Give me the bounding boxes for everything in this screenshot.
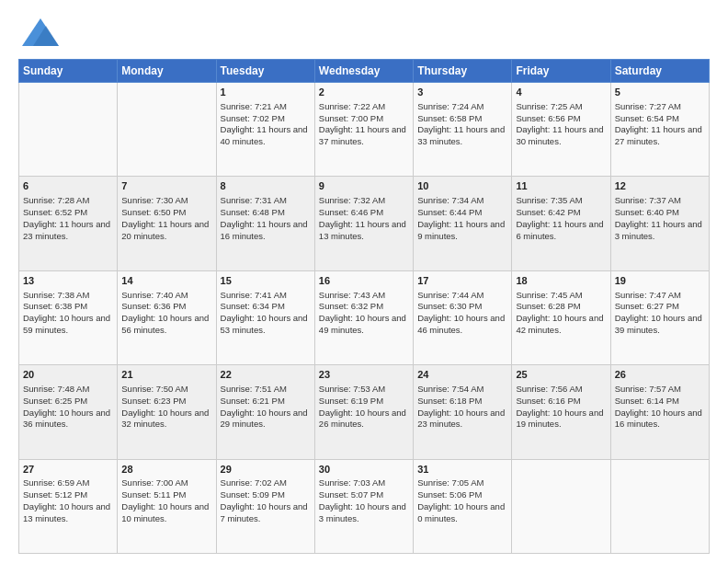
day-info: Sunrise: 7:25 AM — [516, 101, 606, 113]
calendar-cell: 24Sunrise: 7:54 AMSunset: 6:18 PMDayligh… — [414, 365, 512, 459]
logo — [18, 15, 64, 52]
day-info: Sunset: 6:25 PM — [23, 396, 113, 408]
day-info: Sunrise: 7:43 AM — [319, 290, 409, 302]
calendar-cell: 21Sunrise: 7:50 AMSunset: 6:23 PMDayligh… — [118, 365, 216, 459]
day-number: 2 — [319, 86, 409, 99]
day-info: Sunset: 5:09 PM — [221, 489, 311, 501]
week-row-2: 6Sunrise: 7:28 AMSunset: 6:52 PMDaylight… — [19, 177, 710, 270]
day-info: Sunset: 6:52 PM — [23, 207, 113, 219]
day-info: Sunset: 6:21 PM — [221, 396, 311, 408]
day-info: Sunset: 6:40 PM — [615, 207, 705, 219]
day-info: Sunrise: 7:34 AM — [417, 195, 507, 207]
day-number: 12 — [615, 179, 705, 193]
calendar-cell: 30Sunrise: 7:03 AMSunset: 5:07 PMDayligh… — [314, 459, 413, 553]
week-row-3: 13Sunrise: 7:38 AMSunset: 6:38 PMDayligh… — [19, 270, 710, 364]
day-info: Sunrise: 7:21 AM — [221, 101, 311, 113]
day-number: 13 — [23, 274, 113, 288]
day-info: Sunset: 6:34 PM — [221, 301, 311, 313]
calendar-cell: 11Sunrise: 7:35 AMSunset: 6:42 PMDayligh… — [512, 177, 610, 270]
day-number: 26 — [615, 368, 705, 382]
day-number: 14 — [121, 274, 211, 288]
day-info: Sunset: 6:14 PM — [615, 396, 705, 408]
day-info: Sunrise: 7:41 AM — [221, 290, 311, 302]
day-number: 9 — [319, 179, 409, 193]
calendar-cell: 4Sunrise: 7:25 AMSunset: 6:56 PMDaylight… — [512, 83, 610, 177]
calendar-cell: 18Sunrise: 7:45 AMSunset: 6:28 PMDayligh… — [512, 270, 610, 364]
day-info: Sunset: 6:36 PM — [121, 301, 211, 313]
day-info: Sunset: 5:06 PM — [417, 489, 507, 501]
day-info: Daylight: 10 hours and 59 minutes. — [23, 313, 113, 337]
day-number: 20 — [23, 368, 113, 382]
day-info: Sunrise: 7:57 AM — [615, 384, 705, 396]
calendar-cell: 5Sunrise: 7:27 AMSunset: 6:54 PMDaylight… — [610, 83, 709, 177]
day-info: Sunset: 6:50 PM — [121, 207, 211, 219]
day-info: Sunrise: 7:24 AM — [417, 101, 507, 113]
header — [18, 15, 710, 52]
day-number: 27 — [23, 463, 113, 477]
day-info: Sunset: 6:19 PM — [319, 396, 409, 408]
day-info: Sunrise: 6:59 AM — [23, 477, 113, 489]
day-info: Daylight: 10 hours and 16 minutes. — [615, 408, 705, 431]
week-row-1: 1Sunrise: 7:21 AMSunset: 7:02 PMDaylight… — [19, 83, 710, 177]
day-number: 15 — [221, 274, 311, 288]
calendar-cell: 7Sunrise: 7:30 AMSunset: 6:50 PMDaylight… — [118, 177, 216, 270]
day-info: Sunrise: 7:44 AM — [417, 290, 507, 302]
day-info: Daylight: 11 hours and 30 minutes. — [516, 124, 606, 148]
day-info: Sunrise: 7:02 AM — [221, 477, 311, 489]
day-number: 6 — [23, 179, 113, 193]
day-number: 3 — [417, 86, 507, 99]
day-info: Sunset: 6:42 PM — [516, 207, 606, 219]
day-info: Sunset: 7:00 PM — [319, 113, 409, 125]
day-number: 31 — [417, 463, 507, 477]
day-number: 16 — [319, 274, 409, 288]
day-info: Sunrise: 7:40 AM — [121, 290, 211, 302]
day-info: Sunset: 7:02 PM — [221, 113, 311, 125]
day-info: Sunrise: 7:35 AM — [516, 195, 606, 207]
day-info: Daylight: 11 hours and 33 minutes. — [417, 124, 507, 148]
day-info: Daylight: 10 hours and 19 minutes. — [516, 408, 606, 431]
day-info: Daylight: 10 hours and 23 minutes. — [417, 408, 507, 431]
day-info: Daylight: 11 hours and 16 minutes. — [221, 219, 311, 243]
day-info: Daylight: 10 hours and 0 minutes. — [417, 501, 507, 525]
day-info: Sunset: 6:28 PM — [516, 301, 606, 313]
day-number: 10 — [417, 179, 507, 193]
weekday-header-saturday: Saturday — [610, 60, 709, 83]
day-number: 8 — [221, 179, 311, 193]
day-info: Daylight: 11 hours and 23 minutes. — [23, 219, 113, 243]
calendar-cell: 1Sunrise: 7:21 AMSunset: 7:02 PMDaylight… — [216, 83, 314, 177]
day-info: Sunset: 6:27 PM — [615, 301, 705, 313]
day-info: Sunrise: 7:47 AM — [615, 290, 705, 302]
calendar-cell: 3Sunrise: 7:24 AMSunset: 6:58 PMDaylight… — [414, 83, 512, 177]
calendar-cell: 16Sunrise: 7:43 AMSunset: 6:32 PMDayligh… — [314, 270, 413, 364]
day-number: 23 — [319, 368, 409, 382]
day-info: Sunset: 5:11 PM — [121, 489, 211, 501]
calendar-cell: 23Sunrise: 7:53 AMSunset: 6:19 PMDayligh… — [314, 365, 413, 459]
calendar-cell: 13Sunrise: 7:38 AMSunset: 6:38 PMDayligh… — [19, 270, 118, 364]
calendar-cell: 15Sunrise: 7:41 AMSunset: 6:34 PMDayligh… — [216, 270, 314, 364]
day-info: Sunset: 6:54 PM — [615, 113, 705, 125]
day-info: Sunset: 5:07 PM — [319, 489, 409, 501]
day-info: Sunrise: 7:51 AM — [221, 384, 311, 396]
day-info: Sunrise: 7:48 AM — [23, 384, 113, 396]
day-info: Daylight: 10 hours and 32 minutes. — [121, 408, 211, 431]
day-number: 22 — [221, 368, 311, 382]
day-info: Daylight: 11 hours and 3 minutes. — [615, 219, 705, 243]
calendar-cell — [610, 459, 709, 553]
calendar-cell: 31Sunrise: 7:05 AMSunset: 5:06 PMDayligh… — [414, 459, 512, 553]
day-info: Sunset: 6:32 PM — [319, 301, 409, 313]
day-info: Sunrise: 7:53 AM — [319, 384, 409, 396]
day-info: Sunset: 6:46 PM — [319, 207, 409, 219]
day-info: Sunset: 6:30 PM — [417, 301, 507, 313]
day-number: 1 — [221, 86, 311, 99]
day-info: Daylight: 10 hours and 26 minutes. — [319, 408, 409, 431]
day-info: Daylight: 10 hours and 49 minutes. — [319, 313, 409, 337]
day-info: Daylight: 10 hours and 10 minutes. — [121, 501, 211, 525]
day-info: Sunrise: 7:56 AM — [516, 384, 606, 396]
day-number: 28 — [121, 463, 211, 477]
day-info: Daylight: 11 hours and 40 minutes. — [221, 124, 311, 148]
day-info: Sunrise: 7:05 AM — [417, 477, 507, 489]
day-info: Sunset: 6:38 PM — [23, 301, 113, 313]
weekday-header-monday: Monday — [118, 60, 216, 83]
day-info: Daylight: 10 hours and 3 minutes. — [319, 501, 409, 525]
day-info: Daylight: 10 hours and 56 minutes. — [121, 313, 211, 337]
